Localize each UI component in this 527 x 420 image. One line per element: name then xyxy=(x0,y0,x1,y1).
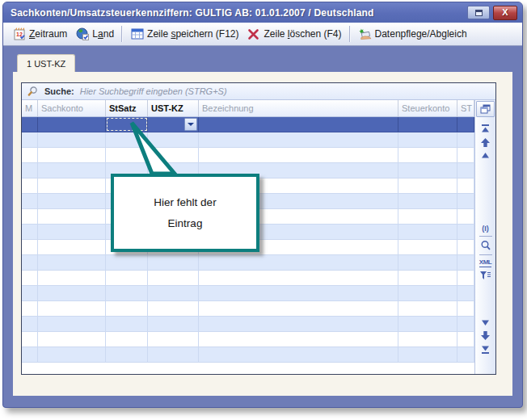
table-row[interactable] xyxy=(22,194,474,209)
datenpflege-button[interactable]: Datenpflege/Abgleich xyxy=(354,26,471,42)
table-cell[interactable] xyxy=(148,240,199,254)
group-button[interactable]: (I) xyxy=(482,225,489,233)
table-cell[interactable] xyxy=(398,117,457,132)
table-cell[interactable] xyxy=(22,286,38,300)
table-cell[interactable] xyxy=(457,347,474,362)
table-cell[interactable] xyxy=(398,301,457,316)
table-cell[interactable] xyxy=(22,255,38,270)
table-cell[interactable] xyxy=(148,148,199,162)
table-cell[interactable] xyxy=(22,178,38,193)
zeitraum-button[interactable]: 12 Zeitraum xyxy=(8,26,71,42)
column-header-st[interactable]: ST xyxy=(457,100,474,116)
table-row[interactable] xyxy=(22,209,474,225)
table-cell[interactable] xyxy=(199,286,398,300)
tab-ust-kz[interactable]: 1 UST-KZ xyxy=(17,54,75,72)
table-cell[interactable] xyxy=(457,148,474,162)
table-cell[interactable] xyxy=(148,347,199,362)
delete-row-button[interactable]: Zeile löschen (F4) xyxy=(242,26,345,42)
table-cell[interactable] xyxy=(38,255,106,270)
table-row[interactable] xyxy=(22,286,474,301)
table-cell[interactable] xyxy=(22,117,38,132)
table-cell[interactable] xyxy=(106,271,148,285)
scroll-down-button[interactable] xyxy=(480,330,491,341)
table-cell[interactable] xyxy=(106,132,148,147)
table-cell[interactable] xyxy=(199,240,398,254)
table-cell[interactable] xyxy=(199,225,398,239)
table-cell[interactable] xyxy=(398,317,457,331)
table-cell[interactable] xyxy=(38,271,106,285)
filter-button[interactable] xyxy=(479,271,491,281)
search-input[interactable]: Hier Suchbegriff eingeben (STRG+S) xyxy=(80,86,227,96)
table-row[interactable] xyxy=(22,178,474,194)
table-row[interactable] xyxy=(22,271,474,286)
land-button[interactable]: Land xyxy=(71,26,118,42)
table-cell[interactable] xyxy=(148,194,199,208)
table-cell[interactable] xyxy=(199,132,398,147)
table-cell[interactable] xyxy=(22,301,38,316)
table-cell[interactable] xyxy=(199,148,398,162)
table-cell[interactable] xyxy=(38,209,106,224)
table-cell[interactable] xyxy=(398,286,457,300)
table-cell[interactable] xyxy=(457,332,474,346)
table-cell[interactable] xyxy=(106,347,148,362)
table-cell[interactable] xyxy=(22,209,38,224)
table-cell[interactable] xyxy=(38,178,106,193)
table-row[interactable] xyxy=(22,240,474,255)
table-row-selected[interactable] xyxy=(22,117,474,132)
table-cell[interactable] xyxy=(199,347,398,362)
table-cell[interactable] xyxy=(22,132,38,147)
table-cell[interactable] xyxy=(199,255,398,270)
table-cell[interactable] xyxy=(398,209,457,224)
scroll-up-button[interactable] xyxy=(480,137,491,148)
table-cell[interactable] xyxy=(199,271,398,285)
table-cell[interactable] xyxy=(38,301,106,316)
table-row[interactable] xyxy=(22,332,474,347)
restore-button[interactable] xyxy=(467,6,490,19)
table-cell[interactable] xyxy=(148,317,199,331)
table-cell[interactable] xyxy=(106,255,148,270)
table-cell[interactable] xyxy=(398,148,457,162)
table-row[interactable] xyxy=(22,301,474,317)
table-cell[interactable] xyxy=(199,317,398,331)
table-cell[interactable] xyxy=(199,209,398,224)
table-cell[interactable] xyxy=(106,178,148,193)
table-cell[interactable] xyxy=(398,271,457,285)
table-cell[interactable] xyxy=(148,255,199,270)
table-cell[interactable] xyxy=(22,317,38,331)
table-cell[interactable] xyxy=(22,225,38,239)
table-row[interactable] xyxy=(22,148,474,163)
table-cell[interactable] xyxy=(106,240,148,254)
row-down-button[interactable] xyxy=(480,318,491,327)
table-cell[interactable] xyxy=(22,332,38,346)
scroll-to-bottom-button[interactable] xyxy=(480,344,491,355)
table-cell[interactable] xyxy=(106,286,148,300)
table-cell[interactable] xyxy=(457,255,474,270)
close-button[interactable]: X xyxy=(493,6,517,20)
table-cell[interactable] xyxy=(38,286,106,300)
table-cell[interactable] xyxy=(457,117,474,132)
xml-export-button[interactable]: XML xyxy=(479,258,491,267)
table-cell[interactable] xyxy=(22,148,38,162)
column-header-stsatz[interactable]: StSatz xyxy=(106,100,148,116)
table-cell[interactable] xyxy=(398,194,457,208)
table-cell[interactable] xyxy=(38,117,106,132)
table-cell[interactable] xyxy=(398,178,457,193)
table-cell[interactable] xyxy=(457,286,474,300)
table-cell[interactable] xyxy=(106,209,148,224)
table-cell[interactable] xyxy=(398,255,457,270)
save-row-button[interactable]: Zeile speichern (F12) xyxy=(126,26,242,42)
table-cell[interactable] xyxy=(199,332,398,346)
table-cell[interactable] xyxy=(148,163,199,178)
column-chooser-button[interactable] xyxy=(476,101,495,117)
table-cell[interactable] xyxy=(148,117,199,132)
table-cell[interactable] xyxy=(106,194,148,208)
search-bar[interactable]: Suche: Hier Suchbegriff eingeben (STRG+S… xyxy=(22,83,495,100)
table-cell[interactable] xyxy=(148,209,199,224)
table-cell[interactable] xyxy=(148,271,199,285)
table-cell[interactable] xyxy=(38,132,106,147)
scroll-to-top-button[interactable] xyxy=(480,124,491,134)
table-cell[interactable] xyxy=(457,163,474,178)
table-cell[interactable] xyxy=(38,240,106,254)
table-cell[interactable] xyxy=(457,301,474,316)
table-cell[interactable] xyxy=(106,317,148,331)
